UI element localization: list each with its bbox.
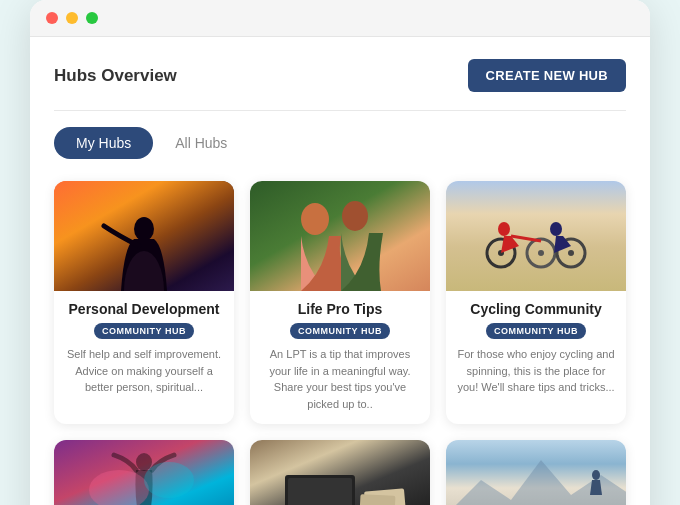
header-row: Hubs Overview CREATE NEW HUB: [54, 59, 626, 92]
card-cycling-community[interactable]: Cycling Community COMMUNITY HUB For thos…: [446, 181, 626, 424]
svg-point-3: [301, 203, 329, 235]
badge-row-cycling: COMMUNITY HUB: [456, 323, 616, 339]
close-dot[interactable]: [46, 12, 58, 24]
svg-rect-20: [288, 478, 352, 505]
svg-point-13: [550, 222, 562, 236]
svg-rect-23: [359, 494, 395, 505]
tab-my-hubs[interactable]: My Hubs: [54, 127, 153, 159]
divider: [54, 110, 626, 111]
main-content: Hubs Overview CREATE NEW HUB My Hubs All…: [30, 37, 650, 505]
badge-personal: COMMUNITY HUB: [94, 323, 194, 339]
card-body-cycling: Cycling Community COMMUNITY HUB For thos…: [446, 291, 626, 408]
svg-point-1: [134, 217, 154, 241]
card-image-cycling: [446, 181, 626, 291]
card-image-personal: [54, 181, 234, 291]
tabs-row: My Hubs All Hubs: [54, 127, 626, 159]
badge-lifepro: COMMUNITY HUB: [290, 323, 390, 339]
svg-point-12: [568, 250, 574, 256]
svg-point-10: [498, 222, 510, 236]
card-image-lifepro: [250, 181, 430, 291]
card-personal-development[interactable]: Personal Development COMMUNITY HUB Self …: [54, 181, 234, 424]
badge-row-lifepro: COMMUNITY HUB: [260, 323, 420, 339]
svg-point-15: [136, 453, 152, 471]
svg-point-17: [144, 462, 194, 498]
tab-all-hubs[interactable]: All Hubs: [153, 127, 249, 159]
card-title-lifepro: Life Pro Tips: [260, 301, 420, 317]
card-desc-personal: Self help and self improvement. Advice o…: [64, 346, 224, 396]
titlebar: [30, 0, 650, 37]
card-bottom-3[interactable]: [446, 440, 626, 505]
app-window: Hubs Overview CREATE NEW HUB My Hubs All…: [30, 0, 650, 505]
minimize-dot[interactable]: [66, 12, 78, 24]
card-life-pro-tips[interactable]: Life Pro Tips COMMUNITY HUB An LPT is a …: [250, 181, 430, 424]
svg-point-9: [538, 250, 544, 256]
card-body-lifepro: Life Pro Tips COMMUNITY HUB An LPT is a …: [250, 291, 430, 424]
page-title: Hubs Overview: [54, 66, 177, 86]
badge-row-personal: COMMUNITY HUB: [64, 323, 224, 339]
card-bottom-2[interactable]: [250, 440, 430, 505]
maximize-dot[interactable]: [86, 12, 98, 24]
card-title-personal: Personal Development: [64, 301, 224, 317]
svg-rect-5: [446, 181, 626, 291]
bottom-cards-grid: [54, 440, 626, 505]
badge-cycling: COMMUNITY HUB: [486, 323, 586, 339]
card-desc-lifepro: An LPT is a tip that improves your life …: [260, 346, 420, 412]
card-bottom-1[interactable]: [54, 440, 234, 505]
cards-grid: Personal Development COMMUNITY HUB Self …: [54, 181, 626, 424]
svg-point-4: [342, 201, 368, 231]
card-body-personal: Personal Development COMMUNITY HUB Self …: [54, 291, 234, 408]
svg-point-25: [592, 470, 600, 480]
card-title-cycling: Cycling Community: [456, 301, 616, 317]
create-hub-button[interactable]: CREATE NEW HUB: [468, 59, 626, 92]
card-desc-cycling: For those who enjoy cycling and spinning…: [456, 346, 616, 396]
